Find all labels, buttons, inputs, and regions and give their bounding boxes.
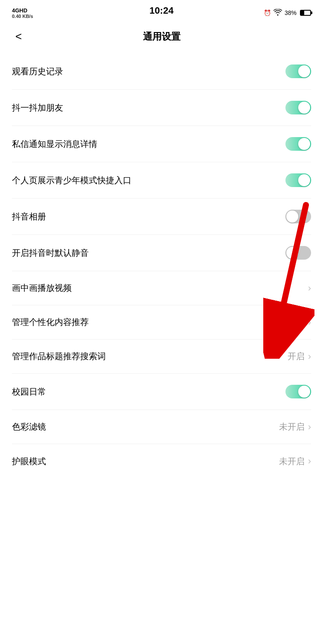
item-label-eye-protect: 护眼模式 [12, 456, 46, 467]
settings-item-search-word[interactable]: 管理作品标题推荐搜索词 开启 › [12, 340, 311, 374]
status-left: 4GHD 0.40 KB/s [12, 7, 33, 19]
battery-icon [300, 10, 311, 16]
wifi-icon [274, 9, 282, 17]
settings-item-recommend-mgmt[interactable]: 管理个性化内容推荐 › [12, 305, 311, 340]
settings-item-album: 抖音相册 [12, 199, 311, 235]
item-right-recommend-mgmt: › [308, 317, 311, 328]
chevron-icon-eye-protect: › [308, 456, 311, 467]
status-right: ⏰ 38% [264, 9, 311, 17]
chevron-icon-search-word: › [308, 351, 311, 362]
item-right-album [285, 210, 311, 223]
settings-item-color-filter[interactable]: 色彩滤镜 未开启 › [12, 410, 311, 444]
item-value-color-filter: 未开启 [279, 421, 305, 433]
toggle-knob [298, 138, 310, 150]
settings-item-youth-mode: 个人页展示青少年模式快捷入口 [12, 162, 311, 199]
item-right-pip: › [308, 283, 311, 294]
page-title: 通用设置 [143, 30, 180, 43]
toggle-youth-mode[interactable] [285, 173, 311, 187]
toggle-campus[interactable] [285, 385, 311, 398]
item-right-msg-notify [285, 137, 311, 151]
item-label-msg-notify: 私信通知显示消息详情 [12, 138, 97, 150]
item-right-watch-history [285, 64, 311, 78]
toggle-knob [298, 65, 310, 77]
item-right-color-filter: 未开启 › [279, 421, 311, 433]
item-right-shake-friend [285, 101, 311, 114]
network-speed: 0.40 KB/s [12, 14, 33, 19]
settings-item-eye-protect[interactable]: 护眼模式 未开启 › [12, 444, 311, 478]
item-right-search-word: 开启 › [288, 351, 311, 362]
toggle-shake-friend[interactable] [285, 101, 311, 114]
item-label-pip: 画中画播放视频 [12, 282, 72, 294]
settings-item-campus: 校园日常 [12, 374, 311, 410]
header: < 通用设置 [0, 24, 323, 53]
item-right-default-mute [285, 246, 311, 260]
item-right-campus [285, 385, 311, 398]
item-label-shake-friend: 抖一抖加朋友 [12, 102, 63, 114]
status-time: 10:24 [149, 5, 173, 16]
toggle-msg-notify[interactable] [285, 137, 311, 151]
chevron-icon-recommend-mgmt: › [308, 317, 311, 328]
back-button[interactable]: < [12, 28, 25, 45]
chevron-icon-pip: › [308, 283, 311, 294]
toggle-album[interactable] [285, 210, 311, 223]
item-value-search-word: 开启 [288, 351, 305, 362]
item-label-campus: 校园日常 [12, 386, 46, 398]
item-label-search-word: 管理作品标题推荐搜索词 [12, 351, 106, 362]
settings-list: 观看历史记录 抖一抖加朋友 私信通知显示消息详情 个人页展示青少年模式快捷入口 [0, 53, 323, 478]
toggle-knob [298, 386, 310, 398]
toggle-default-mute[interactable] [285, 246, 311, 260]
settings-item-default-mute: 开启抖音时默认静音 [12, 235, 311, 271]
toggle-knob [298, 174, 310, 186]
settings-item-watch-history: 观看历史记录 [12, 53, 311, 90]
item-label-youth-mode: 个人页展示青少年模式快捷入口 [12, 175, 131, 186]
item-label-color-filter: 色彩滤镜 [12, 421, 46, 433]
item-label-watch-history: 观看历史记录 [12, 66, 63, 77]
toggle-knob [298, 102, 310, 114]
item-value-eye-protect: 未开启 [279, 456, 305, 467]
item-label-album: 抖音相册 [12, 211, 46, 222]
settings-item-shake-friend: 抖一抖加朋友 [12, 90, 311, 126]
settings-item-msg-notify: 私信通知显示消息详情 [12, 126, 311, 162]
item-right-youth-mode [285, 173, 311, 187]
toggle-knob [286, 211, 298, 222]
toggle-watch-history[interactable] [285, 64, 311, 78]
alarm-icon: ⏰ [264, 9, 271, 16]
network-type: 4GHD [12, 7, 27, 14]
item-label-default-mute: 开启抖音时默认静音 [12, 247, 89, 259]
item-right-eye-protect: 未开启 › [279, 456, 311, 467]
signal-row: 4GHD [12, 7, 27, 14]
battery-percent: 38% [285, 9, 297, 16]
chevron-icon-color-filter: › [308, 422, 311, 433]
item-label-recommend-mgmt: 管理个性化内容推荐 [12, 316, 89, 328]
toggle-knob [286, 247, 298, 259]
status-bar: 4GHD 0.40 KB/s 10:24 ⏰ 38% [0, 0, 323, 24]
settings-item-pip[interactable]: 画中画播放视频 › [12, 271, 311, 305]
